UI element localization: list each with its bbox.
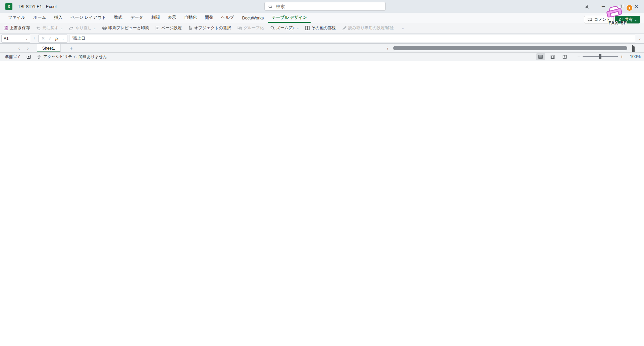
zoom-level[interactable]: 100% bbox=[627, 54, 641, 59]
share-button[interactable]: 共有 ⌄ bbox=[615, 16, 640, 23]
excel-window: X TBLSTYLE1 - Excel ─ ✕ ファイルホーム挿入ページ レイア… bbox=[0, 0, 644, 346]
ribbon-tab[interactable]: 数式 bbox=[111, 13, 126, 23]
chevron-down-icon[interactable]: ⌄ bbox=[25, 37, 28, 40]
ribbon-tab[interactable]: 開発 bbox=[201, 13, 216, 23]
ribbon-tab[interactable]: データ bbox=[127, 13, 147, 23]
minimize-button[interactable]: ─ bbox=[600, 3, 607, 10]
tab-scrollbar-splitter[interactable]: ⋮ bbox=[386, 44, 390, 52]
next-sheet-icon[interactable]: › bbox=[23, 44, 32, 52]
toolbar-button[interactable]: 印刷プレビューと印刷 bbox=[102, 25, 149, 31]
ribbon-tab[interactable]: ヘルプ bbox=[218, 13, 237, 23]
close-button[interactable]: ✕ bbox=[633, 3, 640, 10]
sheet-tab-active[interactable]: Sheet1 bbox=[37, 44, 61, 52]
document-title: TBLSTYLE1 - Excel bbox=[18, 4, 57, 9]
toolbar-button[interactable]: オブジェクトの選択 bbox=[188, 25, 231, 31]
sheet-tab-bar: ‹ › Sheet1 + ⋮ bbox=[0, 44, 644, 52]
comments-button[interactable]: コメント bbox=[584, 16, 614, 23]
toolbar-button[interactable]: ⌄ bbox=[400, 26, 404, 30]
share-person-icon bbox=[618, 17, 623, 22]
ready-status: 準備完了 bbox=[5, 54, 21, 60]
zoom-out-button[interactable]: − bbox=[577, 54, 580, 59]
ribbon-tab[interactable]: 自動化 bbox=[181, 13, 200, 23]
horizontal-scroll-thumb[interactable] bbox=[393, 46, 627, 50]
zoom-slider-thumb[interactable] bbox=[599, 54, 601, 59]
toolbar-button[interactable]: ページ設定 bbox=[155, 25, 182, 31]
title-bar: X TBLSTYLE1 - Excel ─ ✕ bbox=[0, 0, 644, 13]
ribbon-tab[interactable]: 校閲 bbox=[148, 13, 163, 23]
account-icon[interactable] bbox=[583, 3, 590, 10]
accessibility-icon bbox=[37, 54, 42, 59]
ribbon-tab[interactable]: テーブル デザイン bbox=[268, 13, 311, 23]
page-layout-view-button[interactable] bbox=[548, 53, 557, 60]
horizontal-scrollbar[interactable] bbox=[392, 45, 635, 51]
scroll-right-icon[interactable] bbox=[632, 47, 635, 53]
chevron-down-icon[interactable]: ⌄ bbox=[62, 37, 64, 40]
insert-function-icon[interactable]: fx bbox=[55, 36, 58, 41]
page-break-view-button[interactable] bbox=[560, 53, 569, 60]
search-icon bbox=[268, 4, 273, 9]
zoom-slider[interactable] bbox=[583, 56, 618, 57]
ribbon-tab[interactable]: ファイル bbox=[5, 13, 29, 23]
zoom-in-button[interactable]: + bbox=[621, 54, 623, 59]
normal-view-button[interactable] bbox=[536, 53, 545, 60]
toolbar-button[interactable]: 元に戻す⌄ bbox=[36, 25, 63, 31]
ribbon-tab[interactable]: 挿入 bbox=[51, 13, 66, 23]
status-bar: 準備完了 アクセシビリティ: 問題ありません bbox=[0, 52, 644, 61]
toolbar-button[interactable]: 読み取り専用の設定/解除 bbox=[342, 25, 394, 31]
toolbar-button[interactable]: ズーム(Z):⌄ bbox=[270, 25, 299, 31]
ribbon-tab[interactable]: ホーム bbox=[30, 13, 49, 23]
toolbar-button[interactable]: 上書き保存 bbox=[3, 25, 30, 31]
accessibility-status[interactable]: アクセシビリティ: 問題ありません bbox=[37, 54, 107, 60]
formula-input[interactable]: '売上日 bbox=[69, 35, 635, 43]
formula-bar-handle[interactable]: ⋮ bbox=[32, 36, 36, 41]
search-box[interactable] bbox=[264, 2, 386, 11]
macro-record-icon[interactable] bbox=[26, 54, 31, 59]
ribbon-tabs: ファイルホーム挿入ページ レイアウト数式データ校閲表示自動化開発ヘルプDocuW… bbox=[0, 13, 644, 23]
name-box[interactable]: A1⌄ bbox=[1, 35, 30, 43]
comment-bubble-icon bbox=[587, 17, 592, 22]
formula-bar-expand-icon[interactable]: ⌄ bbox=[635, 36, 644, 41]
toolbar-button[interactable]: その他の罫線 bbox=[305, 25, 336, 31]
toolbar-button[interactable]: グループ化 bbox=[237, 25, 264, 31]
new-sheet-button[interactable]: + bbox=[66, 44, 76, 52]
ribbon-tab[interactable]: DocuWorks bbox=[239, 14, 267, 23]
ribbon-tab[interactable]: 表示 bbox=[164, 13, 179, 23]
maximize-button[interactable] bbox=[616, 3, 624, 10]
quick-toolbar: 上書き保存元に戻す⌄やり直し⌄印刷プレビューと印刷ページ設定オブジェクトの選択グ… bbox=[0, 23, 644, 34]
confirm-entry-icon[interactable]: ✓ bbox=[48, 36, 52, 41]
excel-app-icon: X bbox=[5, 3, 12, 10]
toolbar-button[interactable]: やり直し⌄ bbox=[69, 25, 96, 31]
formula-bar: A1⌄ ⋮ ✕ ✓ fx ⌄ '売上日 ⌄ bbox=[0, 34, 644, 44]
previous-sheet-icon[interactable]: ‹ bbox=[15, 44, 23, 52]
ribbon-tab[interactable]: ページ レイアウト bbox=[67, 13, 109, 23]
cancel-entry-icon[interactable]: ✕ bbox=[41, 36, 45, 41]
search-input[interactable] bbox=[275, 4, 382, 9]
